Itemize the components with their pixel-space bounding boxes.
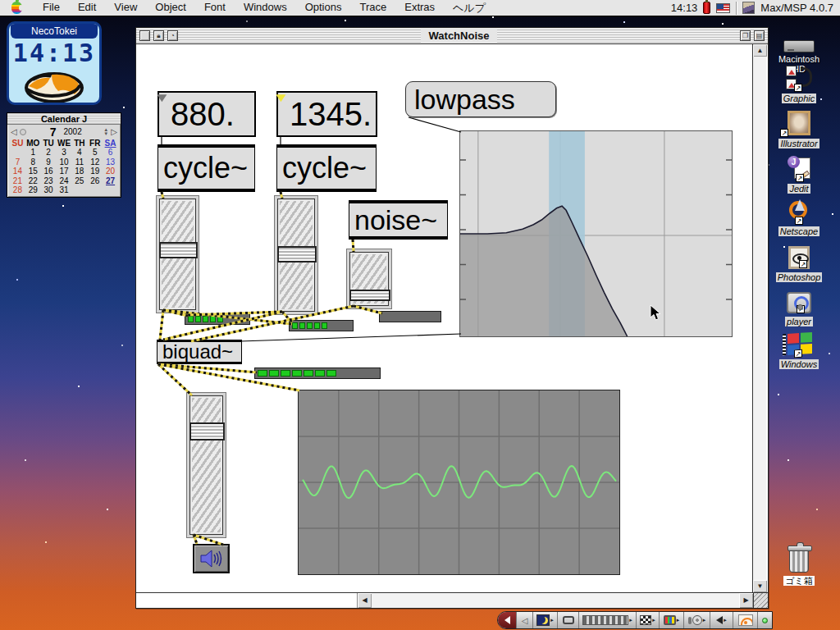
horizontal-scrollbar[interactable]: ◀ ▶: [358, 593, 753, 608]
application-menu-icon[interactable]: [742, 2, 755, 14]
calendar-day[interactable]: 11: [71, 158, 87, 167]
calendar-widget[interactable]: Calendar J ◁ 7 2002 ▲▼ ▷ SUMOTUWETHFRSA1…: [7, 112, 121, 198]
calendar-day[interactable]: 14: [10, 167, 25, 176]
calendar-day[interactable]: 3: [57, 148, 72, 157]
vertical-scroll-track[interactable]: [753, 57, 766, 580]
monitor-resolution-module[interactable]: ▸: [578, 612, 636, 628]
desktop-icon-jedit[interactable]: J ↗ Jedit: [772, 154, 826, 195]
apple-menu-icon[interactable]: [11, 2, 22, 14]
calendar-day[interactable]: 27: [103, 176, 118, 185]
sound-input-module[interactable]: ▸: [683, 612, 710, 628]
menu-trace[interactable]: Trace: [350, 0, 395, 17]
menu-extras[interactable]: Extras: [395, 0, 444, 17]
calendar-day[interactable]: 9: [41, 158, 57, 167]
desktop-icon-netscape[interactable]: ↗ Netscape: [772, 197, 826, 238]
calendar-day[interactable]: 21: [10, 176, 25, 185]
calendar-today-button[interactable]: [20, 129, 26, 135]
gain-slider-1[interactable]: [159, 199, 196, 310]
application-menu-label[interactable]: Max/MSP 4.0.7: [760, 2, 833, 14]
calendar-day[interactable]: 10: [57, 158, 72, 167]
desktop-icon-trash[interactable]: ゴミ箱: [772, 543, 826, 587]
calendar-day[interactable]: 30: [41, 185, 57, 194]
scroll-left-arrow-icon[interactable]: ◀: [358, 593, 372, 608]
filtergraph-display[interactable]: [459, 130, 733, 337]
number-box-frequency-2[interactable]: 1345.: [276, 91, 377, 137]
calendar-day[interactable]: 1: [25, 148, 41, 157]
scroll-up-arrow-icon[interactable]: ▲: [753, 44, 767, 57]
color-depth-module[interactable]: ▸: [636, 612, 659, 628]
airport-signal-module[interactable]: [733, 612, 757, 628]
control-strip-hide-button[interactable]: ◁: [516, 612, 532, 628]
gain-slider-noise[interactable]: [349, 252, 389, 306]
battery-icon[interactable]: [703, 2, 710, 14]
scroll-right-arrow-icon[interactable]: ▶: [739, 593, 753, 608]
desktop-icon-illustrator[interactable]: ↗ Illustrator: [772, 109, 826, 150]
object-box-biquad[interactable]: biquad~: [157, 340, 242, 364]
desktop-icon-graphic[interactable]: ↗ Graphic: [772, 64, 826, 105]
object-box-cycle-2[interactable]: cycle~: [276, 144, 377, 192]
slider-thumb[interactable]: [189, 422, 225, 441]
calendar-day[interactable]: 19: [87, 167, 103, 176]
slider-thumb[interactable]: [277, 246, 317, 262]
calendar-prev-arrow[interactable]: ◁: [11, 127, 17, 136]
desktop-icon-windows[interactable]: ↗ Windows: [772, 330, 826, 371]
zoom-box-icon[interactable]: ❐︎: [740, 30, 751, 41]
necotokei-clock-widget[interactable]: NecoTokei 14:13: [7, 21, 102, 105]
window-titlebar[interactable]: 🔒︎ ◔︎ WatchNoise ❐︎ ▤︎: [136, 28, 768, 44]
menu-view[interactable]: View: [105, 0, 146, 17]
calendar-next-arrow[interactable]: ▷: [111, 127, 117, 136]
object-box-cycle-1[interactable]: cycle~: [158, 144, 255, 192]
output-volume-slider[interactable]: [189, 395, 223, 535]
keyboard-flag-icon[interactable]: [716, 3, 730, 13]
menubar-clock[interactable]: 14:13: [671, 2, 698, 14]
menu-windows[interactable]: Windows: [235, 0, 296, 17]
calendar-day[interactable]: 17: [57, 167, 72, 176]
window-resize-grip[interactable]: [753, 593, 768, 608]
number-box-frequency-1[interactable]: 880.: [158, 91, 256, 137]
menu-object[interactable]: Object: [146, 0, 195, 17]
calendar-year-stepper[interactable]: ▲▼: [103, 128, 108, 136]
calendar-day[interactable]: 28: [10, 185, 25, 194]
calendar-day[interactable]: 25: [71, 176, 87, 185]
calendar-day[interactable]: 24: [57, 176, 72, 185]
calendar-day[interactable]: 8: [25, 158, 41, 167]
calendar-day[interactable]: 22: [25, 176, 41, 185]
calendar-day[interactable]: 16: [41, 167, 57, 176]
ezdac-speaker-button[interactable]: [193, 544, 230, 573]
volume-module[interactable]: ▸: [710, 612, 733, 628]
windowshade-icon[interactable]: ▤︎: [754, 30, 765, 41]
calendar-day[interactable]: 31: [57, 185, 72, 194]
calendar-day[interactable]: 20: [103, 167, 118, 176]
control-strip-tab[interactable]: [498, 612, 516, 628]
energy-saver-module[interactable]: ▸: [532, 612, 557, 628]
calendar-day[interactable]: 26: [87, 176, 103, 185]
menu-file[interactable]: File: [34, 0, 69, 17]
menu-font[interactable]: Font: [195, 0, 235, 17]
lock-icon[interactable]: 🔒︎: [153, 30, 164, 41]
calendar-day[interactable]: 18: [71, 167, 87, 176]
scroll-down-arrow-icon[interactable]: ▼: [753, 580, 767, 592]
calendar-day[interactable]: 23: [41, 176, 57, 185]
file-sharing-module[interactable]: [557, 612, 578, 628]
desktop-icon-photoshop[interactable]: ↗ Photoshop: [772, 243, 826, 284]
calendar-day[interactable]: 7: [10, 158, 25, 167]
calendar-day[interactable]: 29: [25, 185, 41, 194]
calendar-day[interactable]: 15: [25, 167, 41, 176]
menu-options[interactable]: Options: [296, 0, 351, 17]
object-box-noise[interactable]: noise~: [349, 200, 448, 240]
desktop-icon-player[interactable]: ↗ player: [772, 287, 826, 328]
monitor-colors-module[interactable]: ▸: [659, 612, 683, 628]
calendar-day[interactable]: 4: [71, 148, 87, 157]
calendar-day[interactable]: 5: [87, 148, 103, 157]
menu-help[interactable]: ヘルプ: [444, 0, 495, 17]
calendar-day[interactable]: 12: [87, 158, 103, 167]
gain-slider-2[interactable]: [277, 199, 315, 312]
calendar-day[interactable]: 2: [41, 148, 57, 157]
umenu-filter-mode[interactable]: lowpass: [405, 81, 556, 117]
calendar-day[interactable]: 6: [103, 148, 118, 157]
horizontal-scroll-track[interactable]: [372, 593, 739, 608]
slider-thumb[interactable]: [349, 290, 390, 301]
close-box-icon[interactable]: [139, 30, 150, 41]
vertical-scrollbar[interactable]: ▲ ▼: [752, 44, 766, 592]
calendar-day[interactable]: 13: [103, 158, 118, 167]
